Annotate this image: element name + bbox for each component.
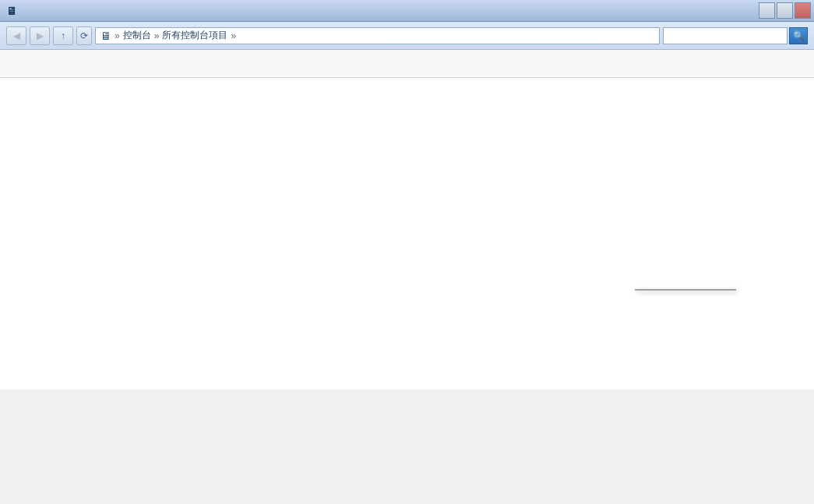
search-area: 🔍 [663,27,808,44]
toolbar-row [0,50,814,78]
forward-button[interactable]: ▶ [30,26,50,45]
path-separator3: » [231,30,236,41]
path-all-items: 所有控制台項目 [162,29,227,42]
title-bar-controls [759,2,811,19]
close-button[interactable] [795,2,811,19]
title-bar: 🖥 [0,0,814,22]
refresh-button[interactable]: ⟳ [76,26,92,45]
path-icon: 🖥 [100,30,111,42]
items-area [0,78,814,389]
minimize-button[interactable] [759,2,775,19]
title-bar-left: 🖥 [6,5,22,17]
back-button[interactable]: ◀ [6,26,26,45]
window-icon: 🖥 [6,5,17,17]
search-button[interactable]: 🔍 [789,27,808,44]
search-input[interactable] [663,27,788,44]
context-menu[interactable] [635,289,736,291]
address-bar: ◀ ▶ ↑ ⟳ 🖥 » 控制台 » 所有控制台項目 » 🔍 [0,22,814,50]
path-separator2: » [154,30,160,41]
path-control-panel: 控制台 [123,29,151,42]
address-path[interactable]: 🖥 » 控制台 » 所有控制台項目 » [95,27,660,44]
up-button[interactable]: ↑ [53,26,73,45]
path-separator1: » [115,30,120,41]
maximize-button[interactable] [777,2,793,19]
